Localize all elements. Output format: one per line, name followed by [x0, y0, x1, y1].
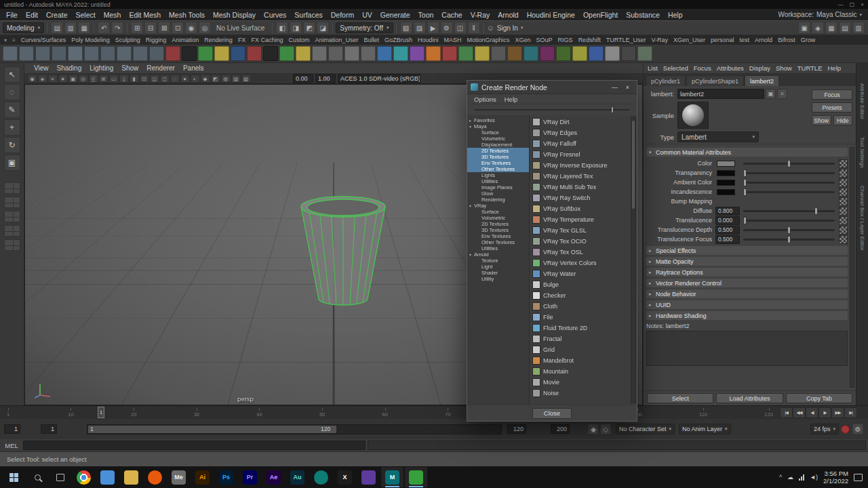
menu-item[interactable]: Surfaces — [290, 11, 326, 19]
menu-item[interactable]: Select — [72, 11, 100, 19]
scrollbar-thumb[interactable] — [632, 121, 635, 209]
shelf-button[interactable] — [426, 46, 441, 61]
section-header[interactable]: ▸ Hardware Shading — [646, 311, 848, 320]
render-category-item[interactable]: 3D Textures — [467, 154, 529, 160]
taskbar-app-audition[interactable]: Au — [286, 467, 309, 487]
select-camera-icon[interactable]: ◉ — [28, 75, 37, 83]
window-title-bar[interactable]: untitled - Autodesk MAYA 2022: untitled … — [0, 0, 868, 9]
shelf-button[interactable] — [117, 46, 132, 61]
shelf-button[interactable] — [149, 46, 164, 61]
render-category-item[interactable]: Lights — [467, 172, 529, 178]
playback-speed-selector[interactable]: 24 fps ▾ — [810, 424, 839, 434]
menu-item[interactable]: Toon — [414, 11, 438, 19]
taskbar-app-me[interactable]: Me — [167, 467, 190, 487]
gate-mask-icon[interactable]: ▮ — [130, 75, 139, 83]
shelf-tab[interactable]: Animation — [169, 37, 201, 43]
menu-item[interactable]: V-Ray — [467, 11, 494, 19]
modeling-toolkit-icon[interactable]: ▣ — [798, 22, 810, 34]
shelf-button[interactable] — [68, 46, 83, 61]
selection-mask-icon[interactable]: ◨ — [290, 22, 302, 34]
paint-select-tool[interactable]: ✎ — [4, 102, 20, 118]
undo-icon[interactable]: ↶ — [98, 22, 110, 34]
slider-handle[interactable] — [743, 188, 747, 196]
render-category-item[interactable]: Other Textures — [467, 166, 529, 172]
step-back-frame-button[interactable]: ◀◀ — [793, 407, 806, 418]
shelf-tab[interactable]: Rendering — [201, 37, 235, 43]
layout-four-pane-button[interactable] — [4, 197, 20, 208]
shelf-tab[interactable]: Custom — [285, 37, 312, 43]
anti-alias-icon[interactable]: ▧ — [241, 75, 251, 83]
shelf-button[interactable] — [393, 46, 408, 61]
menu-item[interactable]: Help — [664, 11, 687, 19]
network-icon[interactable] — [799, 474, 804, 481]
shelf-tab[interactable]: Bullet — [361, 37, 382, 43]
shelf-button[interactable] — [263, 46, 278, 61]
selected-cylinder-mesh[interactable] — [292, 192, 394, 314]
render-node-item[interactable]: VRay Ray Switch — [531, 192, 629, 203]
taskbar-app-teal[interactable] — [310, 467, 332, 487]
shelf-tab[interactable]: MotionGraphics — [465, 37, 513, 43]
material-sample-swatch[interactable] — [677, 102, 709, 129]
taskbar-app-blue-folder[interactable] — [96, 467, 119, 487]
attribute-slider[interactable] — [743, 191, 835, 193]
channel-box-toggle-icon[interactable]: ▥ — [852, 22, 865, 34]
shelf-tab[interactable]: Redshift — [576, 37, 604, 43]
shelf-button[interactable] — [279, 46, 294, 61]
camera-attributes-icon[interactable]: ≡ — [48, 75, 58, 83]
scale-tool[interactable]: ▣ — [4, 155, 20, 171]
color-swatch[interactable] — [717, 161, 735, 167]
menu-set-selector[interactable]: Modeling ▾ — [3, 22, 44, 33]
field-chart-icon[interactable]: ⊡ — [140, 75, 149, 83]
render-category-item[interactable]: 2D Textures — [467, 148, 529, 154]
shelf-button[interactable] — [84, 46, 99, 61]
section-header[interactable]: ▸ UUID — [646, 300, 848, 309]
taskbar-app-aftereffects[interactable]: Ae — [262, 467, 285, 487]
pin-tab-icon[interactable]: ▣ — [766, 89, 776, 99]
shelf-tab[interactable]: personal — [708, 37, 737, 43]
node-list-scrollbar[interactable] — [631, 117, 636, 403]
render-node-item[interactable]: Mandelbrot — [531, 355, 629, 366]
attribute-value-field[interactable]: 0.800 — [715, 207, 740, 216]
grid-toggle-icon[interactable]: ⊞ — [99, 75, 108, 83]
menu-item[interactable]: Mesh — [100, 11, 125, 19]
shelf-button[interactable] — [35, 46, 50, 61]
render-node-item[interactable]: VRay Dirt — [531, 117, 629, 127]
lock-camera-icon[interactable]: ◈ — [38, 75, 47, 83]
go-to-start-button[interactable]: |◀ — [780, 407, 793, 418]
slider-handle[interactable] — [611, 106, 614, 113]
create-map-button[interactable] — [839, 216, 848, 225]
render-node-item[interactable]: Mountain — [531, 366, 629, 377]
shelf-tab[interactable]: SOuP — [534, 37, 555, 43]
hide-button[interactable]: Hide — [833, 115, 853, 125]
render-node-item[interactable]: Checker — [531, 290, 629, 301]
load-attributes-button[interactable]: Load Attributes — [716, 393, 783, 403]
section-header[interactable]: ▸ Special Effects — [646, 246, 848, 255]
attribute-slider[interactable] — [743, 220, 835, 222]
presets-button[interactable]: Presets — [812, 102, 852, 113]
shelf-button[interactable] — [556, 46, 571, 61]
close-button[interactable]: Close — [532, 408, 572, 419]
snap-to-view-plane-icon[interactable]: ◉ — [185, 22, 197, 34]
attribute-editor-menu-item[interactable]: Display — [747, 64, 773, 72]
render-node-item[interactable]: Bulge — [531, 279, 629, 290]
snap-to-point-icon[interactable]: ⊠ — [158, 22, 170, 34]
attribute-slider[interactable] — [743, 163, 835, 165]
range-slider[interactable]: 1 120 — [87, 424, 502, 434]
attribute-editor-scrollbar[interactable] — [850, 147, 854, 388]
slider-handle[interactable] — [814, 207, 818, 215]
dialog-title-bar[interactable]: Create Render Node — × — [467, 81, 637, 94]
node-tab[interactable]: lambert2 — [745, 75, 779, 86]
render-category-item[interactable]: Texture — [467, 258, 529, 264]
render-category-item[interactable]: Surface — [467, 209, 529, 215]
shelf-button[interactable] — [637, 46, 652, 61]
render-category-item[interactable]: Volumetric — [467, 215, 529, 221]
render-category-item[interactable]: ▾ Maya — [467, 123, 529, 129]
create-map-button[interactable] — [839, 178, 848, 187]
step-forward-frame-button[interactable]: ▶▶ — [831, 407, 844, 418]
attribute-slider[interactable] — [743, 239, 835, 241]
render-category-item[interactable]: Rendering — [467, 197, 529, 203]
taskbar-app-photoshop[interactable]: Ps — [215, 467, 237, 487]
shelf-tab[interactable]: Grow — [798, 37, 818, 43]
input-connections-icon[interactable]: ◩ — [303, 22, 315, 34]
snap-to-grid-icon[interactable]: ⊞ — [131, 22, 143, 34]
